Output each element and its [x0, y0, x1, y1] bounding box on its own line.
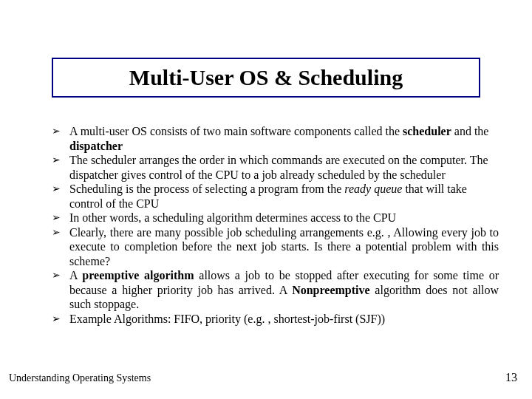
bullet-arrow-icon: ➢ [52, 124, 69, 137]
bullet-text: In other words, a scheduling algorithm d… [69, 211, 499, 225]
page-number: 13 [505, 371, 517, 384]
text-bold: scheduler [403, 125, 451, 137]
bullet-text: The scheduler arranges the order in whic… [69, 153, 499, 182]
list-item: ➢ Clearly, there are many possible job s… [52, 225, 499, 269]
slide: Multi-User OS & Scheduling ➢ A multi-use… [0, 0, 532, 399]
list-item: ➢ The scheduler arranges the order in wh… [52, 153, 499, 182]
text-run: and the [451, 125, 489, 137]
list-item: ➢ In other words, a scheduling algorithm… [52, 211, 499, 225]
text-run: Scheduling is the process of selecting a… [69, 183, 344, 195]
text-bold: dispatcher [69, 140, 123, 152]
footer-left: Understanding Operating Systems [9, 372, 151, 384]
bullet-text: Example Algorithms: FIFO, priority (e.g.… [69, 312, 499, 327]
bullet-text: Clearly, there are many possible job sch… [69, 225, 499, 269]
bullet-text: A preemptive algorithm allows a job to b… [69, 268, 499, 312]
list-item: ➢ A preemptive algorithm allows a job to… [52, 268, 499, 312]
bullet-text: A multi-user OS consists of two main sof… [69, 124, 499, 153]
bullet-text: Scheduling is the process of selecting a… [69, 182, 499, 211]
slide-title: Multi-User OS & Scheduling [129, 65, 403, 90]
list-item: ➢ Scheduling is the process of selecting… [52, 182, 499, 211]
bullet-arrow-icon: ➢ [52, 182, 69, 195]
bullet-list: ➢ A multi-user OS consists of two main s… [52, 124, 499, 326]
text-italic: ready queue [344, 183, 402, 195]
text-bold: Nonpreemptive [292, 284, 369, 296]
text-bold: preemptive algorithm [82, 269, 194, 282]
title-box: Multi-User OS & Scheduling [52, 58, 480, 98]
text-run: A multi-user OS consists of two main sof… [69, 125, 403, 137]
list-item: ➢ A multi-user OS consists of two main s… [52, 124, 499, 153]
bullet-arrow-icon: ➢ [52, 211, 69, 224]
bullet-arrow-icon: ➢ [52, 268, 69, 282]
bullet-arrow-icon: ➢ [52, 312, 69, 325]
bullet-arrow-icon: ➢ [52, 153, 69, 166]
text-run: A [69, 269, 82, 282]
list-item: ➢ Example Algorithms: FIFO, priority (e.… [52, 312, 499, 327]
bullet-arrow-icon: ➢ [52, 225, 69, 239]
